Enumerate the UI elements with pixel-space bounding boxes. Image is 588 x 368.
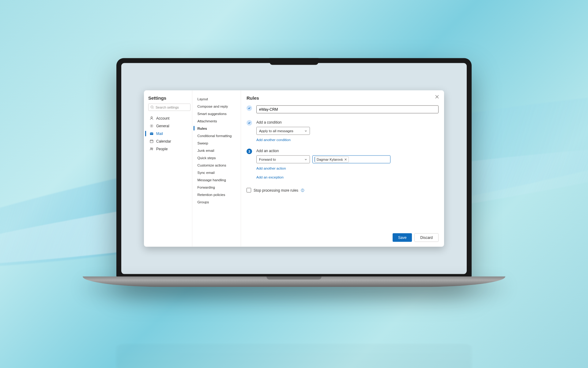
svg-point-3 [151,125,152,127]
people-icon [149,147,154,151]
subnav-conditional[interactable]: Conditional formatting [195,132,238,139]
subnav-compose[interactable]: Compose and reply [195,103,238,110]
subnav-quick[interactable]: Quick steps [195,154,238,161]
rule-step-condition: Add a condition Apply to all messages Ad… [247,120,439,142]
recipient-input[interactable]: Dagmar Kylarová ✕ [312,155,390,163]
settings-title: Settings [148,95,192,101]
svg-point-2 [151,117,152,118]
save-button[interactable]: Save [393,233,412,242]
chevron-down-icon [304,129,307,132]
stop-processing-checkbox[interactable] [247,188,251,193]
discard-button[interactable]: Discard [414,233,439,242]
subnav-sweep[interactable]: Sweep [195,140,238,147]
subnav-smart[interactable]: Smart suggestions [195,110,238,117]
add-action-link[interactable]: Add another action [256,167,286,170]
close-icon [435,95,439,99]
add-exception-link[interactable]: Add an exception [256,175,284,179]
calendar-icon [149,139,154,144]
svg-point-10 [152,148,153,149]
step-2-indicator [247,120,252,126]
laptop-device-frame: Settings Search settings Account General [116,58,472,291]
rule-step-name [247,105,439,113]
chevron-down-icon [304,158,307,161]
svg-rect-5 [150,140,153,143]
action-label: Add an action [256,149,439,153]
subnav-retention[interactable]: Retention policies [195,191,238,198]
subnav-customize[interactable]: Customize actions [195,162,238,169]
stop-processing-label: Stop processing more rules [254,188,298,192]
svg-point-15 [303,189,303,190]
check-icon [248,121,251,125]
nav-mail[interactable]: Mail [148,130,192,137]
rule-step-action: 3 Add an action Forward to [247,149,439,179]
subnav-junk[interactable]: Junk email [195,147,238,154]
step-3-indicator: 3 [247,149,252,154]
subnav-rules[interactable]: Rules [195,125,238,132]
remove-recipient-icon[interactable]: ✕ [344,157,347,161]
condition-dropdown[interactable]: Apply to all messages [256,127,310,135]
stop-processing-row: Stop processing more rules [247,188,439,193]
mail-subnav: Layout Compose and reply Smart suggestio… [192,90,241,247]
recipient-chip[interactable]: Dagmar Kylarová ✕ [315,156,349,162]
search-settings-input[interactable]: Search settings [148,104,190,111]
settings-dialog: Settings Search settings Account General [144,90,444,247]
gear-icon [149,124,154,128]
nav-calendar[interactable]: Calendar [148,138,192,145]
step-1-indicator [247,105,252,111]
action-dropdown[interactable]: Forward to [256,155,310,163]
svg-point-0 [151,106,153,108]
rules-panel: Rules Add a con [241,90,444,247]
search-placeholder-text: Search settings [156,105,179,109]
close-button[interactable] [435,95,439,100]
check-icon [248,107,251,110]
condition-label: Add a condition [256,120,439,125]
nav-general[interactable]: General [148,122,192,130]
mail-icon [149,132,154,136]
svg-point-9 [150,148,152,149]
subnav-sync[interactable]: Sync email [195,169,238,176]
dialog-footer: Save Discard [247,230,439,242]
svg-line-1 [153,108,153,109]
subnav-handling[interactable]: Message handling [195,176,238,183]
info-icon[interactable] [301,188,304,192]
add-condition-link[interactable]: Add another condition [256,138,291,142]
nav-people[interactable]: People [148,145,192,153]
subnav-layout[interactable]: Layout [195,95,238,102]
subnav-attachments[interactable]: Attachments [195,117,238,125]
nav-account[interactable]: Account [148,115,192,122]
subnav-forwarding[interactable]: Forwarding [195,184,238,191]
subnav-groups[interactable]: Groups [195,198,238,205]
person-icon [149,116,154,121]
settings-primary-nav: Settings Search settings Account General [144,90,192,247]
rules-panel-title: Rules [247,95,439,101]
search-icon [150,105,154,109]
rule-name-input[interactable] [256,105,439,113]
